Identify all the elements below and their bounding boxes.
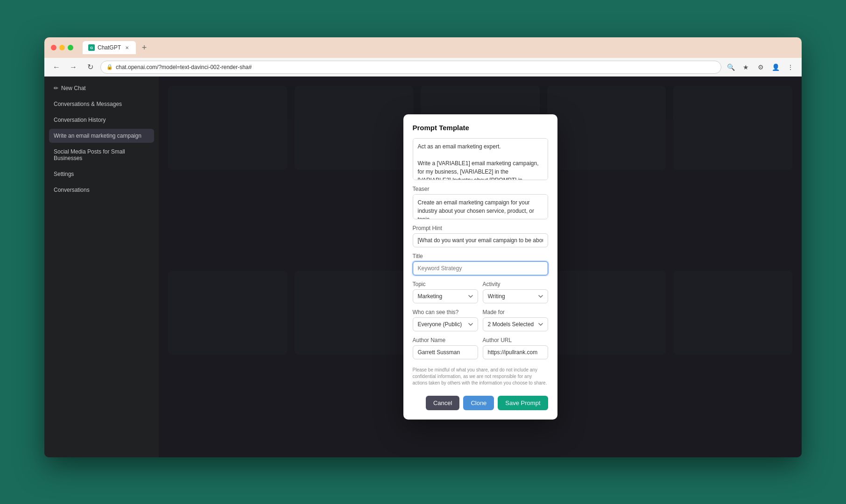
browser-titlebar: G ChatGPT ✕ + <box>44 37 802 58</box>
sidebar-item-convos[interactable]: Conversations <box>49 183 154 197</box>
main-content: Prompt Template Teaser Prompt Hint <box>159 77 802 457</box>
sidebar-item-label: New Chat <box>61 85 86 91</box>
title-input[interactable] <box>413 261 548 275</box>
tab-close-button[interactable]: ✕ <box>124 44 130 51</box>
browser-toolbar: ← → ↻ 🔒 chat.openai.com/?model=text-davi… <box>44 58 802 77</box>
address-bar[interactable]: 🔒 chat.openai.com/?model=text-davinci-00… <box>100 61 721 74</box>
made-for-select[interactable]: 2 Models Selected <box>483 317 548 331</box>
forward-button[interactable]: → <box>67 61 80 74</box>
tab-bar: G ChatGPT ✕ + <box>83 41 151 54</box>
bookmark-icon[interactable]: ★ <box>740 62 751 73</box>
profile-icon[interactable]: 👤 <box>770 62 781 73</box>
prompt-template-field <box>413 138 548 180</box>
sidebar-item-conversations[interactable]: Conversations & Messages <box>49 97 154 111</box>
prompt-hint-label: Prompt Hint <box>413 225 548 231</box>
visibility-label: Who can see this? <box>413 309 478 315</box>
sidebar-item-label: Write an email marketing campaign <box>54 133 141 139</box>
topic-activity-row: Topic Marketing Activity Writing <box>413 281 548 303</box>
visibility-made-for-row: Who can see this? Everyone (Public) Made… <box>413 309 548 331</box>
author-name-input[interactable] <box>413 345 478 359</box>
new-chat-icon: ✏ <box>54 85 58 91</box>
sidebar-item-label: Conversations & Messages <box>54 101 122 107</box>
author-url-field: Author URL <box>483 337 548 359</box>
teaser-label: Teaser <box>413 186 548 192</box>
prompt-hint-field: Prompt Hint <box>413 225 548 247</box>
title-field: Title <box>413 253 548 275</box>
sidebar-item-label: Settings <box>54 171 74 177</box>
modal-overlay: Prompt Template Teaser Prompt Hint <box>159 77 802 457</box>
sidebar-item-history[interactable]: Conversation History <box>49 113 154 127</box>
extensions-icon[interactable]: ⚙ <box>755 62 766 73</box>
sidebar-item-social[interactable]: Social Media Posts for Small Businesses <box>49 145 154 165</box>
traffic-lights <box>51 45 73 50</box>
topic-select[interactable]: Marketing <box>413 289 478 303</box>
teaser-textarea[interactable] <box>413 194 548 219</box>
author-url-label: Author URL <box>483 337 548 343</box>
browser-window: G ChatGPT ✕ + ← → ↻ 🔒 chat.openai.com/?m… <box>44 37 802 457</box>
close-button[interactable] <box>51 45 56 50</box>
visibility-select[interactable]: Everyone (Public) <box>413 317 478 331</box>
cancel-button[interactable]: Cancel <box>426 396 459 410</box>
sidebar-item-new-chat[interactable]: ✏ New Chat <box>49 81 154 95</box>
reload-button[interactable]: ↻ <box>84 61 97 74</box>
prompt-hint-input[interactable] <box>413 233 548 247</box>
tab-favicon: G <box>88 44 95 51</box>
topic-field: Topic Marketing <box>413 281 478 303</box>
activity-field: Activity Writing <box>483 281 548 303</box>
topic-label: Topic <box>413 281 478 287</box>
clone-button[interactable]: Clone <box>463 396 494 410</box>
modal-title: Prompt Template <box>413 124 548 132</box>
disclaimer-text: Please be mindful of what you share, and… <box>413 365 548 388</box>
search-icon[interactable]: 🔍 <box>725 62 736 73</box>
modal-footer: Cancel Clone Save Prompt <box>413 396 548 410</box>
toolbar-right: 🔍 ★ ⚙ 👤 ⋮ <box>725 62 796 73</box>
sidebar-item-label: Conversation History <box>54 117 106 123</box>
author-name-label: Author Name <box>413 337 478 343</box>
browser-content: ✏ New Chat Conversations & Messages Conv… <box>44 77 802 457</box>
menu-icon[interactable]: ⋮ <box>785 62 796 73</box>
lock-icon: 🔒 <box>106 64 113 70</box>
title-label: Title <box>413 253 548 259</box>
made-for-label: Made for <box>483 309 548 315</box>
maximize-button[interactable] <box>68 45 73 50</box>
sidebar: ✏ New Chat Conversations & Messages Conv… <box>44 77 159 457</box>
tab-title: ChatGPT <box>98 44 121 51</box>
activity-label: Activity <box>483 281 548 287</box>
new-tab-button[interactable]: + <box>138 41 151 54</box>
minimize-button[interactable] <box>59 45 65 50</box>
url-text: chat.openai.com/?model=text-davinci-002-… <box>116 64 252 70</box>
back-button[interactable]: ← <box>50 61 63 74</box>
save-prompt-button[interactable]: Save Prompt <box>498 396 548 410</box>
prompt-template-modal: Prompt Template Teaser Prompt Hint <box>403 114 557 420</box>
activity-select[interactable]: Writing <box>483 289 548 303</box>
visibility-field: Who can see this? Everyone (Public) <box>413 309 478 331</box>
sidebar-item-settings[interactable]: Settings <box>49 167 154 181</box>
teaser-field: Teaser <box>413 186 548 219</box>
prompt-template-textarea[interactable] <box>413 138 548 180</box>
author-url-input[interactable] <box>483 345 548 359</box>
made-for-field: Made for 2 Models Selected <box>483 309 548 331</box>
author-name-field: Author Name <box>413 337 478 359</box>
sidebar-item-label: Social Media Posts for Small Businesses <box>54 148 149 161</box>
sidebar-item-label: Conversations <box>54 187 90 193</box>
active-tab[interactable]: G ChatGPT ✕ <box>83 41 136 54</box>
sidebar-item-email[interactable]: Write an email marketing campaign <box>49 129 154 143</box>
author-row: Author Name Author URL <box>413 337 548 359</box>
